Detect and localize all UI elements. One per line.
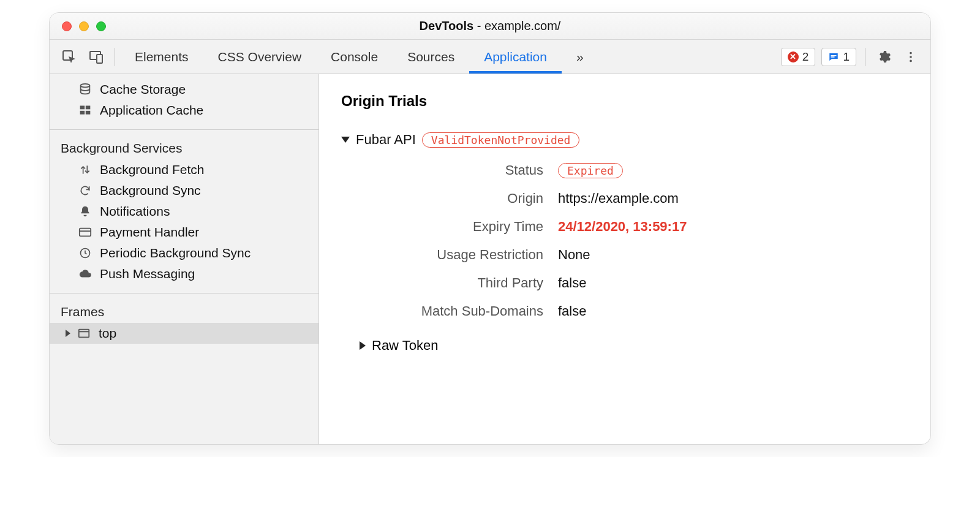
sidebar-item-push-messaging[interactable]: Push Messaging (50, 263, 318, 284)
window-title-url: example.com/ (484, 19, 561, 32)
sync-icon (78, 183, 92, 198)
window-title: DevTools - example.com/ (50, 19, 930, 33)
tab-application[interactable]: Application (469, 40, 562, 74)
sidebar-heading: Background Services (50, 135, 318, 159)
status-badge: Expired (558, 163, 623, 178)
close-window-button[interactable] (62, 21, 72, 31)
chevron-double-right-icon: » (576, 50, 584, 64)
svg-rect-2 (97, 55, 102, 63)
tab-label: Console (331, 50, 378, 64)
svg-point-7 (910, 59, 912, 62)
svg-rect-13 (80, 229, 91, 237)
devtools-window: DevTools - example.com/ Elements CSS Ove… (49, 12, 931, 445)
detail-label-expiry: Expiry Time (360, 219, 543, 235)
sidebar-section-frames: Frames top (50, 294, 318, 344)
more-menu-button[interactable] (897, 44, 924, 70)
sidebar-item-cache-storage[interactable]: Cache Storage (50, 79, 318, 100)
sidebar-item-label: top (99, 326, 116, 341)
svg-rect-4 (831, 56, 835, 58)
messages-pill[interactable]: 1 (821, 48, 856, 66)
raw-token-label: Raw Token (372, 338, 438, 354)
detail-value-expiry: 24/12/2020, 13:59:17 (558, 219, 908, 235)
toggle-device-toolbar-button[interactable] (83, 44, 110, 70)
disclosure-triangle-right-icon (360, 341, 366, 350)
bell-icon (78, 204, 92, 219)
application-sidebar: Cache Storage Application Cache Backgrou… (50, 74, 319, 444)
raw-token-toggle[interactable]: Raw Token (360, 338, 908, 354)
origin-trial-details: Status Expired Origin https://example.co… (360, 162, 908, 319)
window-title-sep: - (473, 19, 484, 32)
detail-value-usage: None (558, 247, 908, 263)
detail-label-usage: Usage Restriction (360, 247, 543, 263)
credit-card-icon (78, 225, 92, 240)
svg-rect-10 (86, 106, 91, 110)
errors-pill[interactable]: ✕ 2 (781, 48, 816, 66)
cloud-icon (78, 267, 92, 281)
inspect-element-button[interactable] (56, 44, 83, 70)
window-title-app: DevTools (420, 19, 474, 32)
tab-label: CSS Overview (218, 50, 302, 64)
sidebar-item-frame-top[interactable]: top (50, 323, 318, 344)
sidebar-item-label: Payment Handler (100, 225, 199, 240)
origin-trial-name: Fubar API (356, 132, 416, 148)
detail-label-subdomains: Match Sub-Domains (360, 303, 543, 319)
sidebar-item-notifications[interactable]: Notifications (50, 201, 318, 222)
detail-label-third-party: Third Party (360, 275, 543, 291)
tab-label: Application (484, 50, 547, 64)
sidebar-item-label: Push Messaging (100, 267, 195, 281)
status-pills: ✕ 2 1 (781, 48, 856, 66)
errors-count: 2 (802, 50, 809, 64)
trial-status-badge: ValidTokenNotProvided (422, 132, 580, 148)
sidebar-item-background-fetch[interactable]: Background Fetch (50, 159, 318, 180)
sidebar-item-label: Cache Storage (100, 82, 186, 97)
titlebar: DevTools - example.com/ (50, 13, 930, 40)
devtools-toolbar: Elements CSS Overview Console Sources Ap… (50, 40, 930, 74)
svg-rect-11 (80, 111, 85, 115)
message-icon (828, 51, 839, 63)
settings-button[interactable] (870, 44, 897, 70)
disclosure-triangle-icon (66, 330, 70, 337)
sidebar-item-background-sync[interactable]: Background Sync (50, 180, 318, 201)
sidebar-item-payment-handler[interactable]: Payment Handler (50, 222, 318, 243)
svg-rect-12 (86, 111, 91, 115)
sidebar-item-label: Application Cache (100, 103, 203, 118)
svg-rect-9 (80, 106, 85, 110)
tab-console[interactable]: Console (316, 40, 393, 74)
sidebar-heading: Frames (50, 298, 318, 323)
detail-value-subdomains: false (558, 303, 908, 319)
detail-value-status: Expired (558, 162, 908, 178)
origin-trial-header[interactable]: Fubar API ValidTokenNotProvided (341, 132, 908, 148)
tab-sources[interactable]: Sources (393, 40, 469, 74)
tab-label: Sources (407, 50, 454, 64)
tab-css-overview[interactable]: CSS Overview (203, 40, 317, 74)
sidebar-item-periodic-background-sync[interactable]: Periodic Background Sync (50, 243, 318, 263)
svg-rect-3 (831, 55, 837, 56)
tab-label: Elements (135, 50, 189, 64)
clock-icon (78, 246, 92, 260)
sidebar-section-cache: Cache Storage Application Cache (50, 74, 318, 130)
svg-point-8 (81, 84, 90, 88)
sidebar-item-label: Notifications (100, 204, 170, 219)
sidebar-item-application-cache[interactable]: Application Cache (50, 100, 318, 121)
minimize-window-button[interactable] (79, 21, 89, 31)
svg-point-5 (910, 51, 912, 54)
panel-body: Cache Storage Application Cache Backgrou… (50, 74, 930, 444)
detail-value-origin: https://example.com (558, 191, 908, 206)
tab-elements[interactable]: Elements (120, 40, 203, 74)
database-icon (78, 82, 92, 97)
panel-tabs: Elements CSS Overview Console Sources Ap… (120, 40, 598, 74)
grid-icon (78, 103, 92, 118)
window-controls (50, 21, 106, 31)
frame-icon (77, 326, 91, 341)
detail-value-third-party: false (558, 275, 908, 291)
svg-point-6 (910, 56, 912, 58)
up-down-arrows-icon (78, 162, 92, 177)
tabs-overflow-button[interactable]: » (562, 40, 598, 74)
sidebar-item-label: Periodic Background Sync (100, 246, 251, 260)
svg-rect-16 (79, 330, 89, 338)
zoom-window-button[interactable] (96, 21, 106, 31)
sidebar-section-background-services: Background Services Background Fetch Bac… (50, 130, 318, 294)
toolbar-divider (865, 48, 865, 66)
detail-label-status: Status (360, 162, 543, 178)
messages-count: 1 (843, 50, 850, 64)
